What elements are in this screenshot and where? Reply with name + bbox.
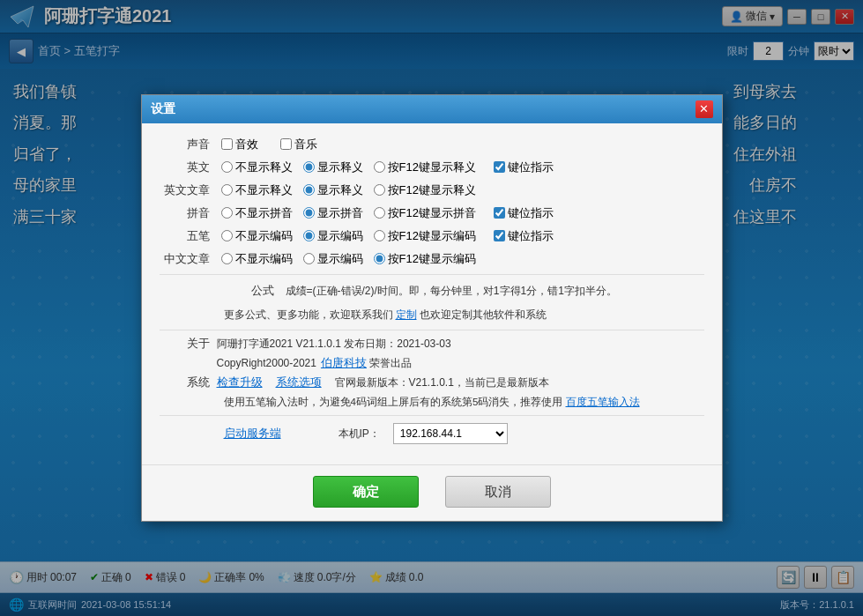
formula-row: 公式 成绩=(正确-错误/2)/时间。即，每分钟里，对1字得1分，错1字扣半分。 — [224, 282, 704, 301]
wubi-radio3[interactable] — [374, 230, 385, 241]
en-article-opt2[interactable]: 显示释义 — [303, 182, 363, 198]
wubi-opt2-label: 显示编码 — [317, 228, 363, 244]
sfx-checkbox[interactable]: 音效 — [221, 137, 258, 152]
warning-section: 使用五笔输入法时，为避免4码词组上屏后有的系统第5码消失，推荐使用 百度五笔输入… — [160, 394, 704, 410]
pinyin-radio3[interactable] — [374, 207, 385, 219]
about-label: 关于 — [160, 336, 217, 352]
system-row: 系统 检查升级 系统选项 官网最新版本：V21.1.0.1，当前已是最新版本 — [160, 375, 704, 390]
formula-text3: 也欢迎定制其他软件和系统 — [420, 308, 547, 323]
en-article-radio1[interactable] — [221, 184, 233, 196]
en-article-opt3[interactable]: 按F12键显示释义 — [374, 182, 476, 198]
zh-article-radio2[interactable] — [303, 253, 315, 264]
warning-text: 使用五笔输入法时，为避免4码词组上屏后有的系统第5码消失，推荐使用 — [224, 397, 563, 407]
modal-title-bar: 设置 ✕ — [142, 95, 722, 123]
company-link[interactable]: 伯唐科技 — [321, 355, 367, 371]
about-value: 阿珊打字通2021 V21.1.0.1 发布日期：2021-03-03 — [217, 337, 451, 352]
wubi-label: 五笔 — [160, 228, 217, 244]
en-opt3[interactable]: 按F12键显示释义 — [374, 160, 476, 175]
en-article-radio3[interactable] — [374, 184, 385, 196]
en-opt1[interactable]: 不显示释义 — [221, 160, 293, 175]
server-link[interactable]: 启动服务端 — [224, 426, 281, 442]
en-keypos-label: 键位指示 — [508, 160, 554, 175]
wubi-radio1[interactable] — [221, 230, 233, 241]
pinyin-radio-group: 不显示拼音 显示拼音 按F12键显示拼音 — [221, 205, 476, 221]
en-radio1[interactable] — [221, 161, 233, 173]
en-keypos-checkbox[interactable]: 键位指示 — [494, 160, 554, 175]
en-article-radio-group: 不显示释义 显示释义 按F12键显示释义 — [221, 182, 476, 198]
zh-article-radio1[interactable] — [221, 253, 233, 264]
divider-3 — [160, 415, 704, 416]
wubi-opt1-label: 不显示编码 — [235, 228, 293, 244]
pinyin-label: 拼音 — [160, 205, 217, 221]
formula-customize-link[interactable]: 定制 — [396, 308, 417, 323]
en-radio3[interactable] — [374, 161, 385, 173]
music-input[interactable] — [280, 138, 292, 150]
music-label: 音乐 — [294, 137, 317, 152]
ip-row: 启动服务端 本机IP： 192.168.44.1 — [160, 423, 704, 444]
sound-row: 声音 音效 音乐 — [160, 137, 704, 152]
system-links: 检查升级 系统选项 官网最新版本：V21.1.0.1，当前已是最新版本 — [217, 375, 704, 390]
cancel-button[interactable]: 取消 — [445, 476, 551, 508]
pinyin-radio2[interactable] — [303, 207, 315, 219]
formula-text2: 更多公式、更多功能，欢迎联系我们 — [224, 308, 393, 323]
pinyin-keypos-input[interactable] — [494, 207, 505, 219]
zh-article-opt1-label: 不显示编码 — [235, 251, 293, 267]
warning-link[interactable]: 百度五笔输入法 — [566, 397, 640, 407]
wubi-keypos-checkbox[interactable]: 键位指示 — [494, 228, 554, 244]
system-option-link[interactable]: 系统选项 — [276, 375, 322, 390]
en-opt3-label: 按F12键显示释义 — [388, 160, 476, 175]
pinyin-opt2[interactable]: 显示拼音 — [303, 205, 363, 221]
pinyin-radio1[interactable] — [221, 207, 233, 219]
wubi-opt1[interactable]: 不显示编码 — [221, 228, 293, 244]
en-row: 英文 不显示释义 显示释义 按F12键显示释义 — [160, 160, 704, 175]
wubi-radio2[interactable] — [303, 230, 315, 241]
ip-select[interactable]: 192.168.44.1 — [393, 423, 508, 444]
pinyin-opt3-label: 按F12键显示拼音 — [388, 205, 476, 221]
wubi-opt2[interactable]: 显示编码 — [303, 228, 363, 244]
modal-title: 设置 — [151, 101, 175, 117]
divider-1 — [160, 274, 704, 275]
confirm-button[interactable]: 确定 — [313, 476, 419, 508]
modal-overlay: 设置 ✕ 声音 音效 音乐 — [0, 0, 863, 616]
sound-label: 声音 — [160, 137, 217, 152]
wubi-opt3[interactable]: 按F12键显示编码 — [374, 228, 476, 244]
en-opt2[interactable]: 显示释义 — [303, 160, 363, 175]
pinyin-opt1[interactable]: 不显示拼音 — [221, 205, 293, 221]
modal-close-button[interactable]: ✕ — [696, 100, 713, 118]
formula-label: 公式 — [224, 283, 281, 299]
en-opt2-label: 显示释义 — [317, 160, 363, 175]
en-label: 英文 — [160, 160, 217, 175]
music-checkbox[interactable]: 音乐 — [280, 137, 317, 152]
company-suffix: 荣誉出品 — [369, 356, 412, 371]
zh-article-radio-group: 不显示编码 显示编码 按F12键显示编码 — [221, 251, 476, 267]
pinyin-opt3[interactable]: 按F12键显示拼音 — [374, 205, 476, 221]
zh-article-opt3[interactable]: 按F12键显示编码 — [374, 251, 476, 267]
en-article-opt2-label: 显示释义 — [317, 182, 363, 198]
zh-article-radio3[interactable] — [374, 253, 385, 264]
pinyin-row: 拼音 不显示拼音 显示拼音 按F12键显示拼音 — [160, 205, 704, 221]
zh-article-opt2[interactable]: 显示编码 — [303, 251, 363, 267]
en-radio2[interactable] — [303, 161, 315, 173]
app-background: 阿珊打字通2021 👤 微信 ▾ ─ □ ✕ ◀ 首页 > 五笔打字 限时 分钟… — [0, 0, 863, 616]
wubi-keypos-input[interactable] — [494, 230, 505, 241]
en-radio-group: 不显示释义 显示释义 按F12键显示释义 — [221, 160, 476, 175]
system-label: 系统 — [160, 375, 217, 390]
en-article-radio2[interactable] — [303, 184, 315, 196]
en-article-opt1-label: 不显示释义 — [235, 182, 293, 198]
pinyin-keypos-checkbox[interactable]: 键位指示 — [494, 205, 554, 221]
en-keypos-input[interactable] — [494, 161, 505, 173]
sfx-input[interactable] — [221, 138, 233, 150]
formula-section: 公式 成绩=(正确-错误/2)/时间。即，每分钟里，对1字得1分，错1字扣半分。… — [160, 282, 704, 323]
en-article-label: 英文文章 — [160, 182, 217, 198]
ip-label: 本机IP： — [339, 427, 380, 442]
modal-body: 声音 音效 音乐 英文 不显示 — [142, 123, 722, 465]
sfx-label: 音效 — [235, 137, 258, 152]
copyright-text: CopyRight2000-2021 — [217, 357, 316, 369]
zh-article-opt3-label: 按F12键显示编码 — [388, 251, 476, 267]
zh-article-opt1[interactable]: 不显示编码 — [221, 251, 293, 267]
pinyin-opt1-label: 不显示拼音 — [235, 205, 293, 221]
settings-modal: 设置 ✕ 声音 音效 音乐 — [141, 94, 723, 523]
en-article-opt1[interactable]: 不显示释义 — [221, 182, 293, 198]
pinyin-opt2-label: 显示拼音 — [317, 205, 363, 221]
upgrade-link[interactable]: 检查升级 — [217, 375, 263, 390]
